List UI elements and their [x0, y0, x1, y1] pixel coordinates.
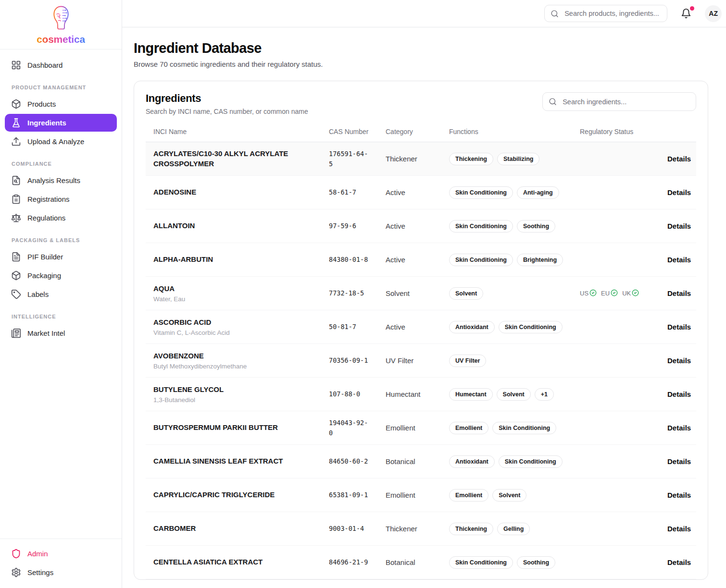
main-area: AZ Ingredient Database Browse 70 cosmeti… — [122, 0, 726, 588]
sidebar-item-pif-builder[interactable]: PIF Builder — [5, 248, 117, 266]
sidebar-item-packaging[interactable]: Packaging — [5, 267, 117, 284]
details-button[interactable]: Details — [664, 490, 694, 500]
cas-number: 65381-09-1 — [321, 484, 378, 506]
table-row: AVOBENZONEButyl Methoxydibenzoylmethane7… — [146, 344, 696, 378]
check-circle-icon — [589, 289, 597, 298]
sidebar-item-label: Dashboard — [27, 61, 63, 69]
app-root: cosmetica DashboardPRODUCT MANAGEMENTPro… — [0, 0, 726, 588]
details-button[interactable]: Details — [664, 524, 694, 533]
inci-name: AVOBENZONE — [153, 351, 313, 361]
brand-wordmark: cosmetica — [37, 34, 85, 45]
column-header-inci-name: INCI Name — [146, 124, 321, 142]
category: Emollient — [378, 485, 441, 505]
table-row: CAPRYLIC/CAPRIC TRIGLYCERIDE65381-09-1Em… — [146, 478, 696, 512]
category: Active — [378, 317, 441, 337]
sidebar-item-settings[interactable]: Settings — [5, 564, 117, 581]
sidebar-nav: DashboardPRODUCT MANAGEMENTProductsIngre… — [0, 49, 122, 343]
region-label: US — [580, 290, 588, 297]
ingredients-search-input[interactable] — [562, 98, 690, 106]
ingredients-table: INCI NameCAS NumberCategoryFunctionsRegu… — [146, 124, 696, 579]
details-button[interactable]: Details — [664, 390, 694, 399]
check-circle-icon — [632, 289, 639, 298]
package-icon — [11, 99, 21, 109]
brand-logo[interactable]: cosmetica — [0, 0, 122, 49]
column-header-regulatory-status: Regulatory Status — [572, 124, 657, 142]
details-button[interactable]: Details — [664, 322, 694, 331]
cas-number: 84696-21-9 — [321, 551, 378, 573]
function-badge: Emollient — [449, 489, 488, 502]
function-badge: Skin Conditioning — [499, 455, 563, 468]
category: Active — [378, 182, 441, 203]
sidebar: cosmetica DashboardPRODUCT MANAGEMENTPro… — [0, 0, 122, 588]
inci-name: ADENOSINE — [153, 187, 313, 197]
details-button[interactable]: Details — [664, 154, 694, 163]
region-label: EU — [601, 290, 610, 297]
category: Humectant — [378, 384, 441, 404]
details-button[interactable]: Details — [664, 423, 694, 432]
sidebar-item-label: Upload & Analyze — [27, 137, 84, 146]
function-badge: Soothing — [517, 220, 555, 233]
cas-number: 50-81-7 — [321, 316, 378, 338]
details-button[interactable]: Details — [664, 356, 694, 365]
region-status-eu: EU — [601, 289, 618, 298]
tag-icon — [11, 289, 21, 299]
sidebar-item-label: Ingredients — [27, 119, 66, 127]
sidebar-item-label: Admin — [27, 550, 48, 558]
global-search — [544, 5, 667, 22]
sidebar-item-market-intel[interactable]: Market Intel — [5, 324, 117, 342]
sidebar-item-upload-analyze[interactable]: Upload & Analyze — [5, 133, 117, 150]
sidebar-item-labels[interactable]: Labels — [5, 285, 117, 303]
inci-name: CAPRYLIC/CAPRIC TRIGLYCERIDE — [153, 490, 313, 500]
details-button[interactable]: Details — [664, 558, 694, 567]
file-search-icon — [11, 175, 21, 185]
inci-name: ALLANTOIN — [153, 221, 313, 231]
function-badge: Gelling — [497, 523, 530, 535]
sidebar-item-label: Labels — [27, 290, 49, 298]
function-badge: Anti-aging — [517, 186, 559, 199]
search-icon — [551, 10, 559, 18]
ingredients-card: Ingredients Search by INCI name, CAS num… — [134, 81, 708, 580]
sidebar-item-analysis-results[interactable]: Analysis Results — [5, 172, 117, 189]
sidebar-item-products[interactable]: Products — [5, 95, 117, 113]
cas-number: 107-88-0 — [321, 383, 378, 405]
page-subtitle: Browse 70 cosmetic ingredients and their… — [134, 60, 708, 68]
dashboard-icon — [11, 60, 21, 70]
table-row: BUTYROSPERMUM PARKII BUTTER194043-92-0Em… — [146, 411, 696, 445]
details-button[interactable]: Details — [664, 255, 694, 264]
sidebar-item-dashboard[interactable]: Dashboard — [5, 56, 117, 74]
details-button[interactable]: Details — [664, 457, 694, 466]
inci-name: CAMELLIA SINENSIS LEAF EXTRACT — [153, 456, 313, 466]
sidebar-item-label: Packaging — [27, 271, 61, 280]
sidebar-item-registrations[interactable]: Registrations — [5, 190, 117, 208]
function-badge: Skin Conditioning — [499, 321, 563, 333]
upload-icon — [11, 136, 21, 147]
column-header-cas-number: CAS Number — [321, 124, 378, 142]
bell-icon — [681, 8, 691, 19]
function-badge: Antioxidant — [449, 321, 495, 333]
check-circle-icon — [611, 289, 618, 298]
sidebar-item-ingredients[interactable]: Ingredients — [5, 114, 117, 132]
details-button[interactable]: Details — [664, 188, 694, 197]
details-button[interactable]: Details — [664, 289, 694, 298]
region-label: UK — [622, 290, 631, 297]
global-search-input[interactable] — [563, 9, 661, 18]
brand-face-circuit-icon — [51, 5, 71, 33]
avatar[interactable]: AZ — [705, 5, 722, 22]
file-text-icon — [11, 252, 21, 262]
notifications-button[interactable] — [680, 7, 692, 20]
sidebar-item-regulations[interactable]: Regulations — [5, 209, 117, 227]
sidebar-item-admin[interactable]: Admin — [5, 545, 117, 563]
function-badge: Skin Conditioning — [449, 220, 513, 233]
cas-number: 84380-01-8 — [321, 248, 378, 270]
notification-dot — [690, 6, 694, 11]
cas-number: 194043-92-0 — [321, 412, 378, 444]
sidebar-item-label: Regulations — [27, 214, 65, 222]
function-badge: Brightening — [517, 254, 563, 266]
function-badge: Stabilizing — [497, 153, 540, 165]
details-button[interactable]: Details — [664, 221, 694, 231]
cas-number: 7732-18-5 — [321, 282, 378, 304]
cas-number: 84650-60-2 — [321, 450, 378, 472]
inci-name: CARBOMER — [153, 524, 313, 533]
ingredients-search — [542, 92, 696, 111]
card-subtitle: Search by INCI name, CAS number, or comm… — [146, 108, 308, 115]
